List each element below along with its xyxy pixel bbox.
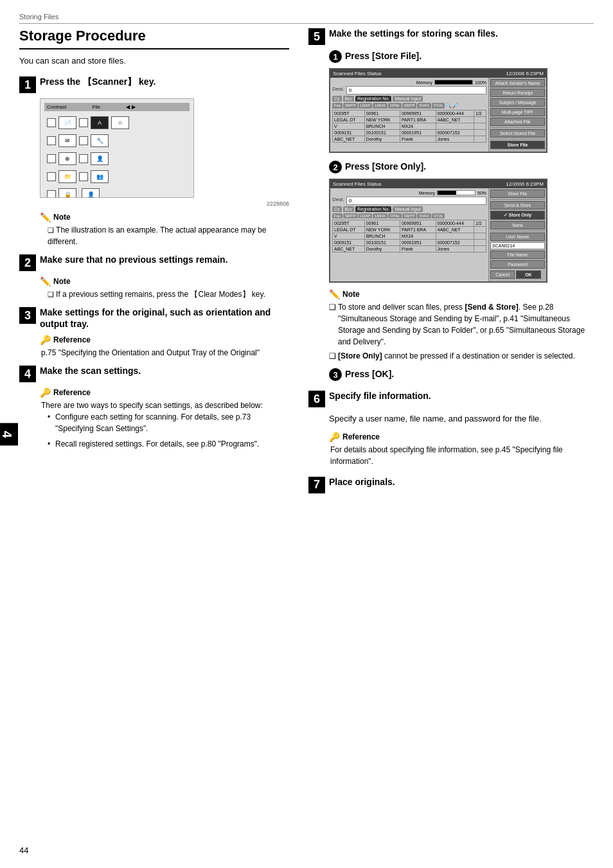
step-4: 4 Make the scan settings. 🔑 Reference Th…: [19, 365, 289, 450]
file-name-btn[interactable]: File Name: [490, 251, 545, 259]
step-3-ref-icon: 🔑: [40, 335, 51, 345]
screen-mock-2: Scanned Files Status 12/2006 6:23PM Memo…: [329, 179, 547, 283]
step-4-heading: Make the scan settings.: [40, 365, 141, 376]
scanner-icon-doc: 📄: [58, 116, 76, 129]
store-only-btn[interactable]: ✓ Store Only: [490, 211, 545, 220]
sub-step-1: 1 Press [Store File].: [329, 50, 594, 63]
step-5-note: ✏️ Note To store and deliver scan files,…: [329, 289, 594, 362]
sub-step-3-num: 3: [329, 368, 342, 381]
cancel-btn[interactable]: Cancel: [490, 270, 515, 279]
step-7-heading: Place originals.: [329, 476, 395, 488]
screen-sidebar-2: Store File Send & Store ✓ Store Only Non…: [488, 188, 546, 281]
step-1: 1 Press the 【Scanner】 key. ContrastFile◀…: [19, 76, 289, 247]
step-1-heading: Press the 【Scanner】 key.: [40, 76, 155, 87]
subject-msg-btn[interactable]: Subject / Message: [490, 98, 545, 107]
password-btn[interactable]: Password: [490, 260, 545, 269]
step-3-ref: 🔑 Reference p.75 "Specifying the Orienta…: [40, 335, 289, 359]
scanner-caption: 2228606: [40, 200, 289, 207]
step-5-num: 5: [308, 28, 325, 45]
step-5-note-icon: ✏️: [329, 289, 340, 299]
attached-file-btn[interactable]: Attached File: [490, 118, 545, 126]
side-chapter-num: 4: [0, 423, 18, 445]
step-2-num: 2: [19, 254, 36, 271]
step-1-note: ✏️ Note The illustration is an example. …: [40, 212, 289, 247]
step-5: 5 Make the settings for storing scan fil…: [308, 28, 594, 381]
sub-step-3: 3 Press [OK].: [329, 368, 594, 381]
none-btn[interactable]: None: [490, 221, 545, 229]
sub-step-2: 2 Press [Store Only].: [329, 161, 594, 173]
step-6-num: 6: [308, 391, 325, 407]
return-receipt-btn[interactable]: Return Receipt: [490, 89, 545, 97]
select-stored-btn[interactable]: Select Stored File: [490, 129, 545, 137]
step-6-ref: 🔑 Reference For details about specifying…: [329, 432, 594, 467]
step-7-num: 7: [308, 477, 325, 493]
screen-mock-1: Scanned Files Status 12/2006 6:23PM Memo…: [329, 68, 547, 153]
sub-step-3-heading: Press [OK].: [345, 368, 394, 379]
sub-step-1-heading: Press [Store File].: [345, 50, 422, 61]
main-title: Storage Procedure: [19, 28, 289, 49]
step-6-heading: Specify file information.: [329, 390, 431, 402]
step-1-num: 1: [19, 76, 36, 93]
sub-step-2-heading: Press [Store Only].: [345, 161, 426, 172]
step-3: 3 Make settings for the original, such a…: [19, 306, 289, 359]
left-column: Storage Procedure You can scan and store…: [19, 28, 289, 502]
user-name-btn[interactable]: User Name: [490, 233, 545, 241]
note-icon: ✏️: [40, 212, 51, 222]
sub-step-1-num: 1: [329, 50, 342, 63]
step-3-num: 3: [19, 307, 36, 324]
screen-sidebar-1: Attach Sender's Name Return Receipt Subj…: [488, 78, 546, 152]
step-5-heading: Make the settings for storing scan files…: [329, 28, 498, 39]
ok-btn[interactable]: OK: [516, 270, 540, 279]
step-6: 6 Specify file information. Specify a us…: [308, 390, 594, 467]
step-6-ref-icon: 🔑: [329, 432, 340, 442]
step-2-heading: Make sure that no previous settings rema…: [40, 254, 228, 265]
step-2-note-icon: ✏️: [40, 276, 51, 287]
attach-sender-btn[interactable]: Attach Sender's Name: [490, 79, 545, 87]
bullet-2: Recall registered settings. For details,…: [48, 438, 289, 450]
store-file-btn-2[interactable]: Store File: [490, 190, 545, 198]
step-7: 7 Place originals.: [308, 476, 594, 493]
step-3-heading: Make settings for the original, such as …: [40, 306, 289, 330]
sub-step-2-num: 2: [329, 161, 342, 173]
step-4-ref: 🔑 Reference There are two ways to specif…: [40, 387, 289, 450]
step-4-num: 4: [19, 366, 36, 382]
page-number: 44: [19, 846, 28, 855]
screen-table-2: 00295T00961009699510000000-4441/2 LEGAL …: [332, 220, 486, 252]
screen-table-1: 00295T00961009699510000000-4441/2 LEGAL …: [332, 110, 486, 143]
multi-tiff-btn[interactable]: Multi-page TIFF: [490, 108, 545, 116]
right-column: 5 Make the settings for storing scan fil…: [308, 28, 594, 502]
step-4-ref-icon: 🔑: [40, 387, 51, 398]
send-store-btn[interactable]: Send & Store: [490, 201, 545, 209]
step-2-note: ✏️ Note If a previous setting remains, p…: [40, 276, 289, 300]
intro-text: You can scan and store files.: [19, 56, 289, 66]
step-2: 2 Make sure that no previous settings re…: [19, 254, 289, 300]
storing-files-header: Storing Files: [19, 13, 594, 24]
scanner-image: ContrastFile◀ ▶ 📄 A ☆: [40, 98, 194, 198]
bullet-1: Configure each setting for scanning. For…: [48, 411, 289, 434]
store-file-btn-1[interactable]: Store File: [490, 141, 545, 149]
